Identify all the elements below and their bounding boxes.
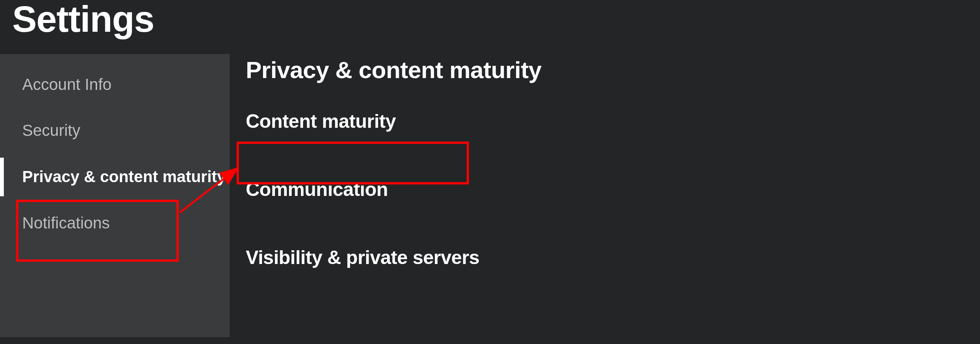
sidebar-item-notifications[interactable]: Notifications — [0, 200, 230, 246]
sidebar-item-label: Account Info — [22, 75, 111, 93]
settings-layout: Account Info Security Privacy & content … — [0, 54, 980, 337]
settings-sidebar: Account Info Security Privacy & content … — [0, 54, 230, 337]
sidebar-item-label: Privacy & content maturity — [22, 168, 226, 186]
section-title-privacy: Privacy & content maturity — [246, 56, 980, 83]
sidebar-item-label: Notifications — [22, 214, 110, 232]
section-visibility-private-servers[interactable]: Visibility & private servers — [246, 246, 980, 269]
sidebar-item-security[interactable]: Security — [0, 108, 230, 154]
sidebar-item-label: Security — [22, 121, 80, 139]
sidebar-item-account-info[interactable]: Account Info — [0, 62, 230, 108]
active-indicator — [0, 158, 4, 196]
page-title: Settings — [0, 0, 980, 54]
section-communication[interactable]: Communication — [246, 178, 980, 201]
settings-main: Privacy & content maturity Content matur… — [230, 54, 980, 315]
section-content-maturity[interactable]: Content maturity — [246, 110, 980, 132]
sidebar-item-privacy-content-maturity[interactable]: Privacy & content maturity — [0, 154, 230, 200]
